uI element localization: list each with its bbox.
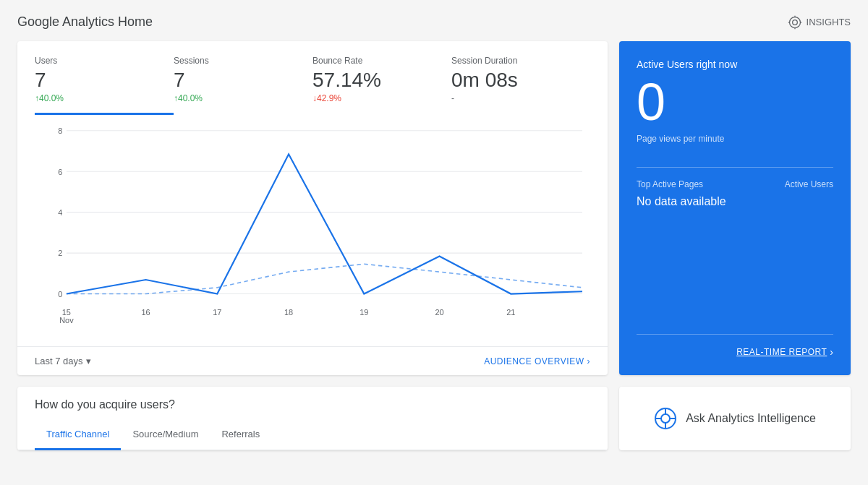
- active-users-col-label: Active Users: [785, 179, 833, 189]
- insights-label: INSIGHTS: [807, 17, 851, 27]
- ask-analytics-label: Ask Analytics Intelligence: [686, 412, 816, 425]
- acquire-header: How do you acquire users?: [17, 387, 608, 411]
- svg-text:4: 4: [58, 208, 62, 217]
- active-users-count: 0: [637, 76, 833, 128]
- active-users-panel: Active Users right now 0 Page views per …: [619, 41, 851, 375]
- svg-text:16: 16: [141, 308, 150, 317]
- sessions-label: Sessions: [174, 56, 312, 66]
- tab-source-medium[interactable]: Source/Medium: [121, 420, 210, 450]
- svg-point-25: [661, 414, 670, 423]
- insights-icon: [788, 15, 802, 30]
- svg-point-0: [789, 17, 800, 27]
- bounce-rate-change: ↓42.9%: [312, 93, 451, 103]
- svg-text:0: 0: [58, 290, 62, 299]
- realtime-report-link[interactable]: REAL-TIME REPORT: [736, 347, 827, 357]
- bottom-section: How do you acquire users? Traffic Channe…: [17, 387, 851, 450]
- realtime-link-label: REAL-TIME REPORT: [736, 347, 827, 357]
- bounce-rate-label: Bounce Rate: [312, 56, 451, 66]
- date-range-label: Last 7 days: [35, 356, 83, 366]
- svg-text:18: 18: [284, 308, 293, 317]
- users-label: Users: [35, 56, 174, 66]
- sessions-change: ↑40.0%: [174, 93, 312, 103]
- main-content: Users 7 ↑40.0% Sessions 7 ↑40.0% Bounce …: [17, 41, 851, 375]
- session-duration-label: Session Duration: [451, 56, 590, 66]
- session-duration-change: -: [451, 93, 590, 103]
- tab-traffic-channel[interactable]: Traffic Channel: [35, 420, 121, 450]
- ask-analytics-panel[interactable]: Ask Analytics Intelligence: [619, 387, 851, 450]
- date-range-button[interactable]: Last 7 days ▾: [35, 356, 91, 366]
- metric-session-duration: Session Duration 0m 08s -: [451, 56, 590, 115]
- metric-sessions: Sessions 7 ↑40.0%: [174, 56, 312, 115]
- top-pages-label: Top Active Pages: [637, 179, 703, 189]
- acquire-tabs: Traffic Channel Source/Medium Referrals: [17, 420, 608, 450]
- metric-bounce-rate: Bounce Rate 57.14% ↓42.9%: [312, 56, 451, 115]
- svg-text:2: 2: [58, 249, 62, 257]
- tab-referrals[interactable]: Referrals: [210, 420, 271, 450]
- no-data-label: No data available: [637, 195, 833, 208]
- bounce-rate-value: 57.14%: [312, 70, 451, 90]
- session-duration-value: 0m 08s: [451, 70, 590, 90]
- dropdown-arrow-icon: ▾: [86, 356, 91, 366]
- page-header: Google Analytics Home INSIGHTS: [17, 14, 851, 30]
- ask-analytics-icon: [654, 407, 677, 430]
- svg-point-1: [792, 20, 797, 25]
- top-pages-header: Top Active Pages Active Users: [637, 179, 833, 189]
- svg-text:8: 8: [58, 126, 62, 135]
- page-views-label: Page views per minute: [637, 134, 833, 144]
- acquire-panel: How do you acquire users? Traffic Channe…: [17, 387, 608, 450]
- svg-text:6: 6: [58, 168, 62, 176]
- svg-text:19: 19: [359, 308, 368, 317]
- divider: [637, 167, 833, 168]
- audience-overview-link[interactable]: AUDIENCE OVERVIEW ›: [484, 356, 590, 366]
- users-change: ↑40.0%: [35, 93, 174, 103]
- insights-button[interactable]: INSIGHTS: [788, 15, 851, 30]
- svg-text:Nov: Nov: [59, 316, 74, 325]
- svg-text:21: 21: [506, 308, 515, 317]
- chart-footer: Last 7 days ▾ AUDIENCE OVERVIEW ›: [17, 346, 608, 375]
- realtime-report-footer: REAL-TIME REPORT ›: [637, 334, 833, 358]
- line-chart: 8 6 4 2 0 15 Nov 16 17 18 19 20: [17, 115, 608, 346]
- page-title: Google Analytics Home: [17, 14, 153, 30]
- audience-link-label: AUDIENCE OVERVIEW: [484, 356, 584, 366]
- acquire-title: How do you acquire users?: [35, 398, 590, 411]
- metric-users: Users 7 ↑40.0%: [35, 56, 174, 115]
- svg-text:20: 20: [435, 308, 443, 317]
- realtime-chevron-icon: ›: [830, 346, 833, 358]
- sessions-value: 7: [174, 70, 312, 90]
- users-value: 7: [35, 70, 174, 90]
- chevron-right-icon: ›: [587, 356, 591, 366]
- chart-svg: 8 6 4 2 0 15 Nov 16 17 18 19 20: [35, 115, 590, 335]
- metrics-row: Users 7 ↑40.0% Sessions 7 ↑40.0% Bounce …: [17, 41, 608, 115]
- metrics-chart-panel: Users 7 ↑40.0% Sessions 7 ↑40.0% Bounce …: [17, 41, 608, 375]
- active-users-title: Active Users right now: [637, 59, 833, 70]
- svg-text:17: 17: [213, 308, 221, 317]
